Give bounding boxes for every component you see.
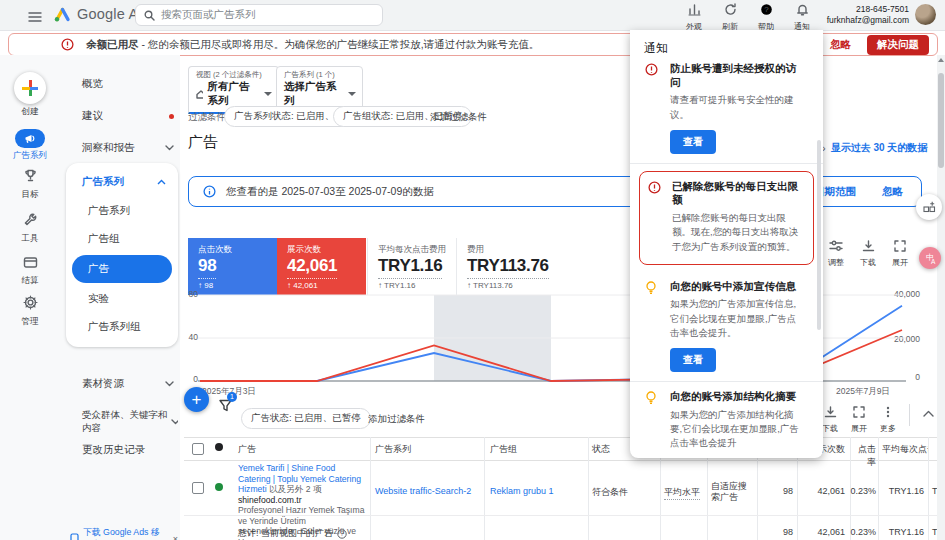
expand-icon	[853, 406, 865, 418]
translate-extension-button[interactable]: 中 A	[919, 247, 941, 269]
sidebar-campaigns-header[interactable]: 广告系列	[66, 169, 178, 197]
scroll-up-arrow[interactable]	[938, 58, 944, 62]
extension-collections-button[interactable]	[916, 194, 942, 220]
notifications-panel: 通知 防止账号遭到未经授权的访问 请查看可提升账号安全性的建议。 查看	[630, 30, 823, 458]
notifications-button[interactable]: 通知	[784, 2, 820, 32]
expand-icon	[894, 240, 906, 252]
sidebar-item-campaign-groups[interactable]: 广告系列组	[66, 313, 178, 341]
search-input[interactable]: 搜索页面或广告系列	[135, 4, 383, 26]
x-label-end: 2025年7月9日	[836, 386, 890, 398]
chart-toolbar: 调整 下载 展开	[828, 238, 908, 268]
chevron-down-icon	[165, 145, 174, 151]
view-button[interactable]: 查看	[670, 348, 716, 372]
sidebar-item-ad-groups[interactable]: 广告组	[66, 225, 178, 253]
chart-filter-button[interactable]: 1	[219, 398, 232, 416]
bell-icon	[796, 3, 809, 16]
highlighted-notification[interactable]: 已解除您账号的每日支出限额 已解除您账号的每日支出限额。现在,您的每日支出将取决…	[639, 171, 814, 265]
banner-dismiss-button[interactable]: 忽略	[824, 37, 857, 53]
add-filter-button[interactable]: 添加过滤条件	[430, 111, 487, 124]
create-button[interactable]: 创建	[0, 72, 60, 118]
collapse-chevron-icon[interactable]	[923, 410, 934, 417]
performance-chart[interactable]	[184, 288, 940, 392]
add-fab-button[interactable]: +	[184, 387, 209, 412]
notification-item[interactable]: 向您的账号中添加宣传信息 如果为您的广告添加宣传信息,它们会比现在更加显眼,广告…	[630, 272, 823, 381]
totals-avg-cpc: TRY1.16	[882, 527, 924, 537]
show-30-days-link[interactable]: › 显示过去 30 天的数据	[822, 141, 927, 155]
view-button[interactable]: 查看	[670, 130, 716, 154]
chart-download-button[interactable]: 下载	[860, 238, 876, 268]
status-dot-header[interactable]	[215, 443, 223, 451]
row-ad-strength[interactable]: 平均水平	[664, 486, 700, 500]
table-expand-button[interactable]: 展开	[851, 404, 867, 434]
table-download-button[interactable]: 下载	[822, 404, 838, 434]
rail-item-campaigns[interactable]: 广告系列	[0, 129, 60, 162]
col-header-campaign[interactable]: 广告系列	[375, 443, 411, 456]
navigation-rail: 创建 广告系列 目标 工具	[0, 55, 60, 540]
add-filter-button-2[interactable]: 添加过滤条件	[368, 413, 425, 426]
notification-item[interactable]: 防止账号遭到未经授权的访问 请查看可提升账号安全性的建议。 查看	[630, 63, 823, 163]
refresh-button[interactable]: 刷新	[712, 2, 748, 32]
home-icon	[196, 90, 203, 99]
tune-icon	[829, 240, 843, 252]
notifications-list: 防止账号遭到未经授权的访问 请查看可提升账号安全性的建议。 查看 已解除您账号的…	[630, 63, 823, 458]
info-circle-icon[interactable]: ?	[337, 529, 347, 539]
notification-item[interactable]: 向您的账号添加结构化摘要 如果为您的广告添加结构化摘要,它们会比现在更加显眼,广…	[630, 382, 823, 458]
scrollbar-thumb[interactable]	[938, 73, 944, 168]
col-header-avg-cpc[interactable]: 平均每次点击费用	[882, 443, 928, 456]
row-ad-group-link[interactable]: Reklam grubu 1	[490, 486, 554, 496]
metric-card-clicks[interactable]: 点击次数 98 ↑ 98	[188, 238, 277, 295]
sidebar-item-insights[interactable]: 洞察和报告	[82, 141, 174, 155]
alert-icon	[61, 38, 74, 51]
close-icon[interactable]: ×	[173, 534, 178, 540]
col-header-ad-group[interactable]: 广告组	[490, 443, 517, 456]
row-ctr: 0.23%	[850, 486, 876, 496]
ad-status-chip[interactable]: 广告状态: 已启用、已暂停	[241, 408, 371, 429]
page-scrollbar[interactable]	[937, 55, 945, 540]
avatar[interactable]	[915, 4, 936, 25]
filter-count-badge: 1	[227, 392, 237, 402]
totals-clicks: 98	[757, 527, 793, 537]
table-more-button[interactable]: 更多	[880, 404, 896, 434]
select-all-checkbox[interactable]	[192, 443, 204, 455]
sidebar-item-assets[interactable]: 素材资源	[82, 377, 174, 391]
banner-message: 余额已用尽 - 您的余额已用尽或即将用尽。为确保您的广告继续正常投放,请通过付款…	[86, 38, 539, 52]
rail-item-goals[interactable]: 目标	[0, 168, 60, 201]
google-ads-app: Google Ads 搜索页面或广告系列 外观 刷新	[0, 0, 945, 540]
rail-item-tools[interactable]: 工具	[0, 212, 60, 245]
metric-card-impressions[interactable]: 展示次数 42,061 ↑ 42,061	[277, 238, 366, 295]
megaphone-icon	[24, 133, 37, 144]
sidebar-item-change-history[interactable]: 更改历史记录	[82, 443, 145, 457]
download-app-link[interactable]: 下载 Google Ads 移动应用	[83, 527, 167, 540]
info-dismiss-button[interactable]: 忽略	[876, 184, 909, 200]
sidebar-item-campaigns[interactable]: 广告系列	[66, 197, 178, 225]
notifications-title: 通知	[630, 30, 823, 63]
rail-item-admin[interactable]: 管理	[0, 295, 60, 328]
main-menu-icon[interactable]	[28, 9, 42, 27]
add-to-collection-icon	[923, 201, 936, 214]
metric-card-avg-cpc[interactable]: 平均每次点击费用 TRY1.16 ↑ TRY1.16	[367, 238, 456, 295]
panel-scrollbar[interactable]	[817, 140, 821, 330]
appearance-icon	[688, 3, 701, 16]
sidebar-item-overview[interactable]: 概览	[82, 77, 103, 91]
help-icon: ?	[760, 3, 773, 16]
sidebar-item-recommendations[interactable]: 建议	[82, 109, 174, 123]
chart-expand-button[interactable]: 展开	[892, 238, 908, 268]
row-checkbox[interactable]	[192, 482, 204, 494]
chart-adjust-button[interactable]: 调整	[828, 238, 844, 268]
account-info[interactable]: 218-645-7501 furknhafz@gmail.com	[827, 4, 909, 26]
rail-item-billing[interactable]: 结算	[0, 255, 60, 287]
wrench-icon	[23, 212, 38, 227]
row-impressions: 42,061	[797, 486, 845, 496]
sidebar-item-audiences[interactable]: 受众群体、关键字和内容	[82, 409, 178, 435]
sidebar-item-experiments[interactable]: 实验	[66, 285, 178, 313]
row-clicks: 98	[757, 486, 793, 496]
row-campaign-link[interactable]: Website traffic-Search-2	[375, 486, 471, 496]
col-header-status[interactable]: 状态	[592, 443, 610, 456]
appearance-button[interactable]: 外观	[676, 2, 712, 32]
sidebar-item-ads-selected[interactable]: 广告	[72, 255, 172, 283]
banner-resolve-button[interactable]: 解决问题	[867, 35, 929, 55]
metric-card-cost[interactable]: 费用 TRY113.76 ↑ TRY113.76	[456, 238, 545, 295]
col-header-ad[interactable]: 广告	[238, 443, 256, 456]
help-button[interactable]: ? 帮助	[748, 2, 784, 32]
bulb-icon	[645, 281, 657, 295]
